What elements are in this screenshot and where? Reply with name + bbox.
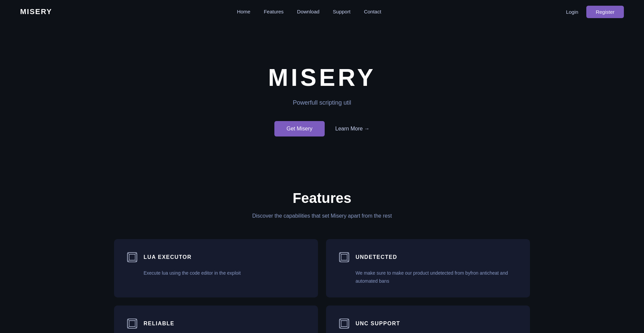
feature-header: UNDETECTED: [338, 251, 518, 263]
svg-rect-7: [341, 254, 347, 260]
feature-desc-undetected: We make sure to make our product undetec…: [338, 269, 518, 285]
features-subtitle: Discover the capabilities that set Miser…: [114, 213, 530, 219]
nav-support[interactable]: Support: [333, 9, 351, 14]
features-section: Features Discover the capabilities that …: [0, 163, 644, 333]
feature-card-reliable: RELIABLE Our developers try their best a…: [114, 306, 318, 333]
nav-download[interactable]: Download: [297, 9, 320, 14]
navbar: MISERY Home Features Download Support Co…: [0, 0, 644, 23]
feature-card-lua-executor: LUA EXECUTOR Execute lua using the code …: [114, 239, 318, 297]
feature-card-undetected: UNDETECTED We make sure to make our prod…: [326, 239, 530, 297]
svg-rect-1: [129, 254, 135, 260]
feature-name-reliable: RELIABLE: [144, 321, 174, 327]
cube-icon: [126, 251, 138, 263]
feature-name-undetected: UNDETECTED: [356, 254, 397, 260]
hero-subtitle: Powerfull scripting util: [293, 99, 351, 106]
nav-auth: Login Register: [566, 6, 624, 18]
features-title: Features: [114, 190, 530, 206]
svg-rect-19: [341, 321, 347, 327]
feature-header: RELIABLE: [126, 318, 306, 330]
nav-links: Home Features Download Support Contact: [237, 9, 381, 15]
nav-features[interactable]: Features: [264, 9, 283, 14]
hero-section: MISERY Powerfull scripting util Get Mise…: [0, 23, 644, 163]
svg-rect-13: [129, 321, 135, 327]
feature-header: LUA EXECUTOR: [126, 251, 306, 263]
cube-icon: [126, 318, 138, 330]
cube-icon: [338, 318, 350, 330]
feature-card-unc-support: UNC SUPPORT Our product has most of the …: [326, 306, 530, 333]
feature-name-unc: UNC SUPPORT: [356, 321, 400, 327]
register-button[interactable]: Register: [586, 6, 624, 18]
login-button[interactable]: Login: [566, 9, 578, 15]
learn-more-link[interactable]: Learn More →: [335, 126, 370, 132]
hero-title: MISERY: [268, 64, 376, 91]
brand-logo: MISERY: [20, 7, 52, 16]
feature-header: UNC SUPPORT: [338, 318, 518, 330]
nav-contact[interactable]: Contact: [364, 9, 381, 14]
features-grid: LUA EXECUTOR Execute lua using the code …: [114, 239, 530, 333]
get-misery-button[interactable]: Get Misery: [274, 121, 324, 136]
feature-desc-lua: Execute lua using the code editor in the…: [126, 269, 306, 277]
nav-home[interactable]: Home: [237, 9, 250, 14]
hero-buttons: Get Misery Learn More →: [274, 121, 370, 136]
cube-icon: [338, 251, 350, 263]
feature-name-lua: LUA EXECUTOR: [144, 254, 192, 260]
